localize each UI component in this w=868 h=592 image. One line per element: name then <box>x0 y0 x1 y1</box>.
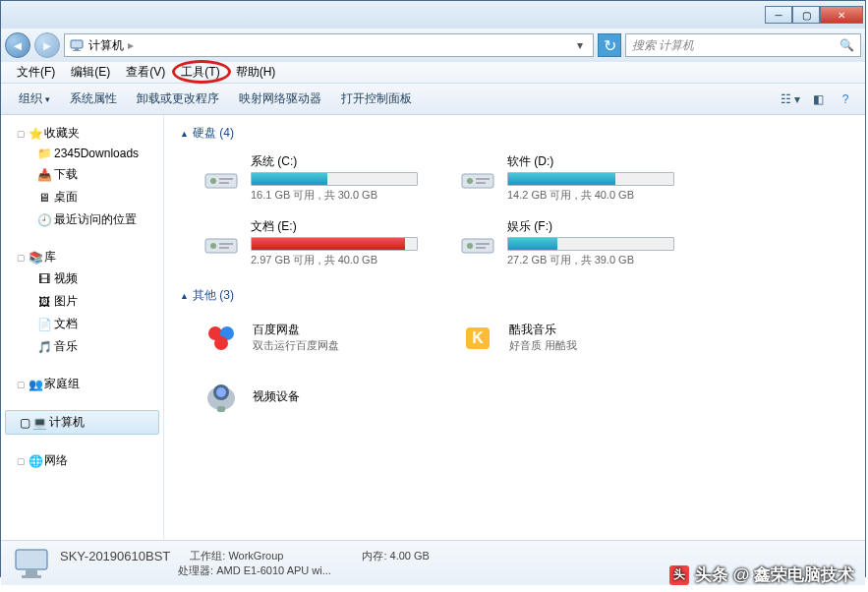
sidebar-homegroup[interactable]: ▢👥 家庭组 <box>1 374 163 394</box>
menu-view[interactable]: 查看(V) <box>118 62 173 83</box>
computer-large-icon <box>11 545 52 582</box>
music-icon: 🎵 <box>34 340 54 354</box>
other-item[interactable]: 视频设备 <box>196 371 436 422</box>
sidebar-item[interactable]: 🖼图片 <box>1 290 163 313</box>
tb-uninstall[interactable]: 卸载或更改程序 <box>127 87 229 111</box>
drive-item[interactable]: 系统 (C:)16.1 GB 可用 , 共 30.0 GB <box>196 149 436 207</box>
search-icon: 🔍 <box>839 38 854 52</box>
svg-rect-10 <box>476 182 486 184</box>
svg-rect-27 <box>217 406 225 412</box>
sidebar-item[interactable]: 🎵音乐 <box>1 335 163 358</box>
menu-help[interactable]: 帮助(H) <box>228 62 284 83</box>
minimize-button[interactable]: ─ <box>765 6 792 24</box>
drive-stat: 14.2 GB 可用 , 共 40.0 GB <box>507 188 689 203</box>
sidebar-item[interactable]: 📁2345Downloads <box>1 144 163 163</box>
svg-rect-28 <box>16 550 47 569</box>
homegroup-icon: 👥 <box>27 378 44 391</box>
svg-rect-9 <box>476 178 490 180</box>
body: ▢⭐ 收藏夹 📁2345Downloads 📥下载 🖥桌面 🕘最近访问的位置 ▢… <box>1 115 865 540</box>
sidebar-library[interactable]: ▢📚 库 <box>1 247 163 267</box>
drive-item[interactable]: 娱乐 (F:)27.2 GB 可用 , 共 39.0 GB <box>452 214 693 271</box>
sidebar-item[interactable]: 🎞视频 <box>1 267 163 290</box>
svg-rect-29 <box>26 569 37 575</box>
video-icon: 🎞 <box>34 272 54 286</box>
sidebar-favorites[interactable]: ▢⭐ 收藏夹 <box>1 123 163 144</box>
view-mode-button[interactable]: ☷ ▾ <box>779 89 802 110</box>
app-icon <box>200 316 243 359</box>
other-sub: 双击运行百度网盘 <box>253 338 339 353</box>
search-box[interactable]: 搜索 计算机 🔍 <box>625 33 861 57</box>
tb-controlpanel[interactable]: 打开控制面板 <box>331 87 422 111</box>
star-icon: ⭐ <box>27 127 44 141</box>
svg-rect-0 <box>71 40 83 48</box>
drive-icon <box>200 221 243 265</box>
sidebar-computer[interactable]: ▢💻 计算机 <box>5 410 159 435</box>
help-button[interactable]: ? <box>834 89 857 110</box>
preview-pane-button[interactable]: ◧ <box>806 89 830 110</box>
sidebar-item[interactable]: 📥下载 <box>1 163 163 186</box>
explorer-window: ─ ▢ ✕ ◄ ► 计算机 ▸ ▾ ↻ 搜索 计算机 🔍 文件(F) 编辑(E)… <box>0 0 866 577</box>
drive-item[interactable]: 软件 (D:)14.2 GB 可用 , 共 40.0 GB <box>452 149 693 207</box>
svg-point-16 <box>467 243 473 249</box>
other-name: 酷我音乐 <box>509 322 577 338</box>
svg-rect-14 <box>219 247 229 249</box>
drives-header[interactable]: ▲硬盘 (4) <box>180 125 849 142</box>
back-button[interactable]: ◄ <box>5 32 30 58</box>
titlebar: ─ ▢ ✕ <box>1 1 865 29</box>
svg-rect-3 <box>205 174 237 188</box>
search-placeholder: 搜索 计算机 <box>632 37 694 54</box>
drive-name: 文档 (E:) <box>251 218 433 235</box>
computer-icon: 💻 <box>29 416 49 430</box>
menu-edit[interactable]: 编辑(E) <box>63 62 118 83</box>
drive-name: 娱乐 (F:) <box>507 218 689 235</box>
sidebar: ▢⭐ 收藏夹 📁2345Downloads 📥下载 🖥桌面 🕘最近访问的位置 ▢… <box>1 115 164 540</box>
drive-name: 系统 (C:) <box>251 153 433 170</box>
tb-sysprops[interactable]: 系统属性 <box>60 87 127 111</box>
menu-tools[interactable]: 工具(T) <box>173 62 227 83</box>
sidebar-item[interactable]: 🕘最近访问的位置 <box>1 208 163 231</box>
drive-stat: 2.97 GB 可用 , 共 40.0 GB <box>251 253 433 267</box>
svg-text:K: K <box>472 329 484 346</box>
other-name: 百度网盘 <box>253 322 339 338</box>
tb-mapdrive[interactable]: 映射网络驱动器 <box>229 87 331 111</box>
forward-button[interactable]: ► <box>34 32 60 58</box>
folder-icon: 📁 <box>34 147 54 160</box>
network-icon: 🌐 <box>27 454 44 468</box>
watermark: 头 头条 @ 鑫荣电脑技术 <box>669 563 854 586</box>
other-sub: 好音质 用酷我 <box>509 338 577 353</box>
close-button[interactable]: ✕ <box>820 6 863 24</box>
document-icon: 📄 <box>34 318 54 331</box>
drive-stat: 27.2 GB 可用 , 共 39.0 GB <box>507 253 689 267</box>
refresh-button[interactable]: ↻ <box>598 33 621 57</box>
drive-bar <box>507 237 674 251</box>
content-area: ▲硬盘 (4) 系统 (C:)16.1 GB 可用 , 共 30.0 GB软件 … <box>164 115 865 540</box>
address-dropdown[interactable]: ▾ <box>571 38 589 52</box>
address-text: 计算机 <box>88 37 124 54</box>
watermark-logo: 头 <box>669 565 689 585</box>
nav-bar: ◄ ► 计算机 ▸ ▾ ↻ 搜索 计算机 🔍 <box>1 29 865 62</box>
sidebar-item[interactable]: 🖥桌面 <box>1 186 163 208</box>
other-item[interactable]: 百度网盘双击运行百度网盘 <box>196 312 436 363</box>
svg-point-8 <box>467 178 473 184</box>
svg-rect-18 <box>476 247 486 249</box>
svg-point-26 <box>216 387 226 397</box>
download-icon: 📥 <box>34 168 54 182</box>
recent-icon: 🕘 <box>34 213 54 227</box>
drive-bar <box>251 172 418 186</box>
svg-rect-30 <box>22 575 41 578</box>
sidebar-network[interactable]: ▢🌐 网络 <box>1 450 163 471</box>
others-header[interactable]: ▲其他 (3) <box>180 287 849 304</box>
svg-rect-6 <box>219 182 229 184</box>
svg-point-4 <box>210 178 216 184</box>
menu-file[interactable]: 文件(F) <box>9 62 63 83</box>
toolbar: 组织 系统属性 卸载或更改程序 映射网络驱动器 打开控制面板 ☷ ▾ ◧ ? <box>1 84 865 115</box>
organize-button[interactable]: 组织 <box>9 87 60 111</box>
maximize-button[interactable]: ▢ <box>792 6 820 24</box>
address-bar[interactable]: 计算机 ▸ ▾ <box>64 33 594 57</box>
sidebar-item[interactable]: 📄文档 <box>1 313 163 335</box>
other-name: 视频设备 <box>253 388 300 405</box>
drive-stat: 16.1 GB 可用 , 共 30.0 GB <box>251 188 433 203</box>
other-item[interactable]: K酷我音乐好音质 用酷我 <box>452 312 693 363</box>
svg-rect-7 <box>462 174 493 188</box>
drive-item[interactable]: 文档 (E:)2.97 GB 可用 , 共 40.0 GB <box>196 214 436 271</box>
